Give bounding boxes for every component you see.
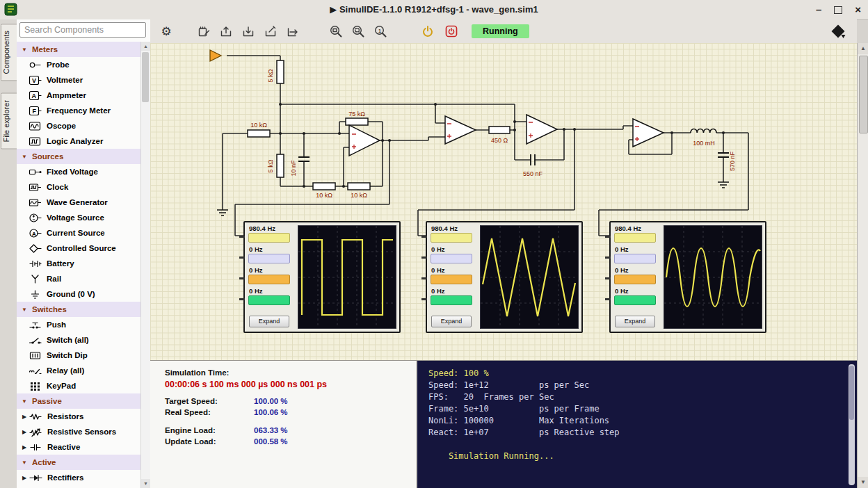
- open-circuit-button[interactable]: [217, 22, 235, 40]
- scrollbar-thumb[interactable]: [859, 56, 868, 133]
- sidebar-item-reactive[interactable]: ▶Reactive: [17, 439, 141, 455]
- scrollbar-thumb[interactable]: [849, 366, 854, 420]
- label-r-450: 450 Ω: [491, 137, 508, 144]
- save-circuit-as-icon: [264, 24, 278, 38]
- save-circuit-button[interactable]: [239, 22, 257, 40]
- sidebar-item-clock[interactable]: Clock: [17, 179, 141, 195]
- resistive-sensors-icon: [29, 427, 45, 437]
- components-scrollbar[interactable]: ▲ ▼: [140, 42, 150, 488]
- scroll-down-icon[interactable]: ▼: [858, 477, 868, 488]
- scope-pin: [605, 236, 611, 238]
- power-on-button[interactable]: [419, 22, 437, 40]
- category-meters[interactable]: ▼Meters: [17, 42, 141, 57]
- export-circuit-button[interactable]: [284, 22, 302, 40]
- resistor-450[interactable]: [489, 127, 510, 133]
- sidebar-item-controlled-source[interactable]: Controlled Source: [17, 241, 141, 256]
- scrollbar-thumb[interactable]: [142, 52, 149, 102]
- ground-2[interactable]: [718, 182, 729, 188]
- resistor-10k-b1[interactable]: [313, 183, 335, 190]
- resistor-75k-feedback[interactable]: [346, 118, 368, 125]
- save-circuit-as-button[interactable]: [262, 22, 280, 40]
- capacitor-10nf[interactable]: [298, 157, 310, 161]
- stat-row: Real Speed:100.06 %: [165, 408, 288, 416]
- sidebar-item-oscope[interactable]: Oscope: [17, 118, 141, 133]
- search-input[interactable]: [19, 22, 146, 38]
- sidebar-item-rectifiers[interactable]: ▶Rectifiers: [17, 470, 141, 485]
- opamp-1[interactable]: [349, 125, 380, 156]
- frequency-meter-icon: F: [29, 106, 44, 116]
- scope-pin: [239, 236, 245, 238]
- ground-1[interactable]: [217, 210, 228, 215]
- restore-button[interactable]: [834, 3, 842, 17]
- category-switches[interactable]: ▼Switches: [17, 302, 141, 317]
- sidebar-item-resistive-sensors[interactable]: ▶Resistive Sensors: [17, 424, 141, 439]
- category-passive[interactable]: ▼Passive: [17, 393, 141, 409]
- opamp-3[interactable]: [527, 115, 557, 144]
- opamp-2[interactable]: [445, 116, 476, 144]
- sidebar-item-voltage-source[interactable]: Voltage Source: [17, 210, 141, 225]
- scope-ch3-bar: [431, 275, 472, 284]
- scroll-up-icon[interactable]: ▲: [858, 43, 868, 54]
- expand-button[interactable]: Expand: [615, 316, 655, 327]
- scope-pin: [421, 277, 427, 279]
- sidebar-item-voltmeter[interactable]: VVoltmeter: [17, 72, 141, 88]
- zoom-area-button[interactable]: [349, 22, 367, 40]
- sidebar-item-switch-dip[interactable]: Switch Dip: [17, 348, 141, 363]
- sidebar-item-ground[interactable]: Ground (0 V): [17, 286, 141, 302]
- console-scrollbar[interactable]: [849, 364, 855, 485]
- close-button[interactable]: ×: [855, 3, 861, 16]
- resistor-10k-input[interactable]: [248, 130, 270, 137]
- sidebar-item-probe[interactable]: Probe: [17, 57, 141, 72]
- sidebar-item-wave-generator[interactable]: Wave Generator: [17, 195, 141, 210]
- scope-ch4-freq: 0 Hz: [249, 287, 292, 295]
- sidebar-item-battery[interactable]: Battery: [17, 256, 141, 271]
- rail-icon: [29, 274, 44, 284]
- category-sources[interactable]: ▼Sources: [17, 149, 141, 164]
- scope-pin: [421, 298, 427, 300]
- sidebar-item-push[interactable]: Push: [17, 317, 141, 332]
- voltage-source-icon: [29, 213, 44, 223]
- resistor-5k-mid[interactable]: [277, 154, 284, 177]
- scroll-up-icon[interactable]: ▲: [141, 42, 150, 51]
- sidebar-item-resistors[interactable]: ▶Resistors: [17, 409, 141, 424]
- scope-ch4-freq: 0 Hz: [615, 287, 658, 295]
- zoom-one-button[interactable]: 1: [371, 22, 389, 40]
- zoom-fit-button[interactable]: [327, 22, 345, 40]
- scope-ch1-freq: 980.4 Hz: [249, 225, 292, 232]
- frequency-scope-1[interactable]: 980.4 Hz 0 Hz 0 Hz 0 Hz Expand: [243, 221, 401, 333]
- pause-sim-button[interactable]: [442, 22, 460, 40]
- settings-gear-icon[interactable]: ⚙: [157, 22, 175, 40]
- scope-pin: [605, 298, 611, 300]
- expand-button[interactable]: Expand: [431, 316, 472, 327]
- tab-components[interactable]: Components: [1, 24, 17, 81]
- capacitor-570nf[interactable]: [718, 153, 729, 157]
- sidebar-item-fixed-voltage[interactable]: Fixed Voltage: [17, 164, 141, 179]
- frequency-scope-3[interactable]: 980.4 Hz 0 Hz 0 Hz 0 Hz Expand: [609, 221, 766, 333]
- opamp-4[interactable]: [633, 119, 664, 147]
- new-circuit-button[interactable]: [195, 22, 213, 40]
- sidebar-item-ampmeter[interactable]: AAmpmeter: [17, 88, 141, 103]
- sidebar-item-logic-analyzer[interactable]: Logic Analyzer: [17, 133, 141, 149]
- frequency-scope-2[interactable]: 980.4 Hz 0 Hz 0 Hz 0 Hz Expand: [426, 221, 583, 333]
- category-active[interactable]: ▼Active: [17, 455, 141, 470]
- info-panel-toggle[interactable]: [829, 22, 847, 40]
- minimize-button[interactable]: –: [816, 3, 821, 16]
- canvas-scrollbar[interactable]: ▲ ▼: [857, 43, 868, 488]
- resistor-5k-top[interactable]: [277, 60, 284, 83]
- circuit-canvas[interactable]: 5 kΩ 75 kΩ 10 kΩ 5 kΩ 10 nF 10 kΩ 10 kΩ …: [150, 43, 857, 360]
- expand-button[interactable]: Expand: [249, 316, 289, 327]
- tab-file-explorer[interactable]: File explorer: [1, 93, 17, 149]
- resistor-10k-b2[interactable]: [348, 183, 370, 190]
- inductor-100mh[interactable]: [691, 129, 716, 133]
- svg-text:1: 1: [378, 29, 381, 33]
- sidebar-item-current-source[interactable]: ACurrent Source: [17, 225, 141, 241]
- sidebar-item-switch[interactable]: Switch (all): [17, 332, 141, 348]
- sidebar-item-relay[interactable]: Relay (all): [17, 363, 141, 378]
- sidebar-item-frequency-meter[interactable]: FFrequency Meter: [17, 103, 141, 118]
- scroll-down-icon[interactable]: ▼: [141, 479, 150, 488]
- sidebar-item-rail[interactable]: Rail: [17, 271, 141, 286]
- sim-time-label: Simulation Time:: [165, 368, 229, 377]
- voltage-rail-source[interactable]: [210, 50, 221, 61]
- sidebar-item-keypad[interactable]: KeyPad: [17, 378, 141, 393]
- capacitor-550nf[interactable]: [531, 154, 535, 165]
